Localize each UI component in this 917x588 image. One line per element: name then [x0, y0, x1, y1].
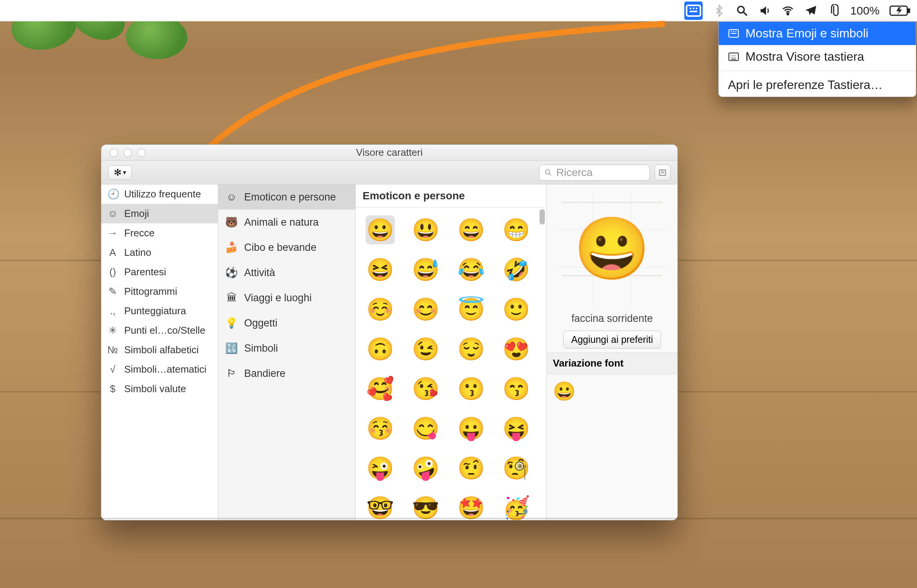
emoji-cell[interactable]: 😌: [457, 334, 486, 363]
emoji-cell[interactable]: 😁: [502, 215, 531, 244]
subcategory-cibo-e-bevande[interactable]: 🍰Cibo e bevande: [218, 235, 355, 260]
volume-icon[interactable]: [758, 4, 771, 17]
category-label: Emoji: [124, 208, 149, 220]
emoji-cell[interactable]: 😎: [411, 493, 440, 520]
preview-box: 😀: [555, 191, 669, 306]
gear-menu-button[interactable]: ✻ ▾: [108, 165, 132, 180]
font-variation-emoji[interactable]: 😀: [553, 381, 576, 401]
search-icon: [544, 168, 552, 177]
battery-charging-icon[interactable]: [889, 4, 910, 17]
battery-percentage: 100%: [850, 4, 880, 17]
emoji-cell[interactable]: 😛: [457, 414, 486, 443]
category-icon: ☺: [107, 208, 118, 220]
subcategory-label: Bandiere: [244, 368, 285, 380]
emoji-cell[interactable]: 😀: [366, 215, 395, 244]
emoji-cell[interactable]: 🙂: [502, 295, 531, 324]
category-icon: ✎: [107, 286, 118, 297]
emoji-cell[interactable]: 😆: [366, 255, 395, 284]
category-punti-el-co-stelle[interactable]: ✳Punti el…co/Stelle: [101, 321, 218, 340]
subcategory-simboli[interactable]: 🔣Simboli: [218, 336, 355, 361]
category-punteggiatura[interactable]: .,Punteggiatura: [101, 301, 218, 321]
emoji-cell[interactable]: 😙: [502, 374, 531, 403]
category-simboli-atematici[interactable]: √Simboli…atematici: [101, 360, 218, 379]
category-pittogrammi[interactable]: ✎Pittogrammi: [101, 282, 218, 301]
category-label: Frecce: [124, 227, 154, 239]
emoji-cell[interactable]: 😃: [411, 215, 440, 244]
subcategory-viaggi-e-luoghi[interactable]: 🏛Viaggi e luoghi: [218, 285, 355, 310]
emoji-cell[interactable]: 😘: [411, 374, 440, 403]
category-icon: .,: [107, 305, 118, 317]
category-icon: 🕘: [107, 188, 118, 200]
emoji-cell[interactable]: 🤪: [411, 454, 440, 483]
emoji-cell[interactable]: 😊: [411, 295, 440, 324]
category-simboli-alfabetici[interactable]: №Simboli alfabetici: [101, 340, 218, 360]
emoji-cell[interactable]: 😉: [411, 334, 440, 363]
emoji-cell[interactable]: 😗: [457, 374, 486, 403]
emoji-cell[interactable]: 😝: [502, 414, 531, 443]
subcategory-icon: 💡: [225, 317, 238, 330]
subcategory-label: Simboli: [244, 342, 278, 354]
subcategory-bandiere[interactable]: 🏳Bandiere: [218, 361, 355, 386]
subcategory-icon: 🏛: [225, 291, 238, 304]
toolbar: ✻ ▾ Ricerca: [101, 161, 677, 184]
category-label: Punti el…co/Stelle: [124, 325, 205, 336]
emoji-cell[interactable]: 🙃: [366, 334, 395, 363]
emoji-cell[interactable]: 🤩: [457, 493, 486, 520]
add-favorites-button[interactable]: Aggiungi ai preferiti: [563, 331, 661, 349]
emoji-cell[interactable]: 🥳: [502, 493, 531, 520]
subcategory-emoticon-e-persone[interactable]: ☺Emoticon e persone: [218, 184, 355, 210]
subcategory-icon: 🏳: [225, 367, 238, 380]
emoji-cell[interactable]: 😄: [457, 215, 486, 244]
category-simboli-valute[interactable]: $Simboli valute: [101, 379, 218, 399]
category-icon: (): [107, 266, 118, 278]
category-icon: №: [107, 344, 118, 356]
wifi-icon[interactable]: [781, 4, 794, 17]
titlebar[interactable]: Visore caratteri: [101, 145, 677, 161]
bluetooth-icon[interactable]: [713, 4, 726, 17]
scrollbar-thumb[interactable]: [540, 209, 545, 225]
emoji-cell[interactable]: 😜: [366, 454, 395, 483]
category-utilizzo-frequente[interactable]: 🕘Utilizzo frequente: [101, 184, 218, 204]
input-menu-icon[interactable]: [684, 2, 703, 20]
subcategory-icon: ⚽: [225, 266, 238, 279]
subcategory-oggetti[interactable]: 💡Oggetti: [218, 310, 355, 336]
emoji-cell[interactable]: 😋: [411, 414, 440, 443]
attachment-icon[interactable]: [827, 4, 840, 17]
subcategory-attivit-[interactable]: ⚽Attività: [218, 260, 355, 285]
category-sidebar: 🕘Utilizzo frequente☺Emoji→FrecceALatino(…: [101, 184, 218, 520]
emoji-cell[interactable]: 😂: [457, 255, 486, 284]
category-parentesi[interactable]: ()Parentesi: [101, 262, 218, 282]
svg-point-7: [546, 170, 550, 174]
emoji-cell[interactable]: 😚: [366, 414, 395, 443]
emoji-grid-panel: Emoticon e persone 😀😃😄😁😆😅😂🤣☺️😊😇🙂🙃😉😌😍🥰😘😗😙…: [356, 184, 547, 520]
menu-show-emoji-symbols[interactable]: Mostra Emoji e simboli: [719, 22, 916, 45]
menubar: 100%: [0, 0, 917, 21]
menu-show-keyboard-viewer[interactable]: Mostra Visore tastiera: [719, 45, 916, 68]
chevron-down-icon: ▾: [123, 169, 126, 176]
subcategory-animali-e-natura[interactable]: 🐻Animali e natura: [218, 210, 355, 235]
preview-emoji: 😀: [555, 191, 669, 306]
emoji-cell[interactable]: 😇: [457, 295, 486, 324]
category-frecce[interactable]: →Frecce: [101, 223, 218, 243]
search-input[interactable]: Ricerca: [539, 165, 650, 181]
preview-panel: 😀 faccina sorridente Aggiungi ai preferi…: [547, 184, 677, 520]
subcategory-icon: 🔣: [225, 342, 238, 355]
category-label: Parentesi: [124, 266, 166, 278]
category-icon: √: [107, 363, 118, 375]
menu-keyboard-preferences[interactable]: Apri le preferenze Tastiera…: [719, 73, 916, 97]
telegram-icon[interactable]: [804, 4, 817, 17]
emoji-cell[interactable]: 🤣: [502, 255, 531, 284]
category-emoji[interactable]: ☺Emoji: [101, 204, 218, 223]
emoji-cell[interactable]: ☺️: [366, 295, 395, 324]
emoji-cell[interactable]: 🤨: [457, 454, 486, 483]
category-label: Latino: [124, 247, 151, 258]
collapse-button[interactable]: [655, 165, 671, 181]
emoji-cell[interactable]: 😅: [411, 255, 440, 284]
emoji-cell[interactable]: 😍: [502, 334, 531, 363]
emoji-cell[interactable]: 🤓: [366, 493, 395, 520]
spotlight-search-icon[interactable]: [736, 4, 749, 17]
emoji-cell[interactable]: 🧐: [502, 454, 531, 483]
category-latino[interactable]: ALatino: [101, 243, 218, 262]
emoji-cell[interactable]: 🥰: [366, 374, 395, 403]
category-icon: $: [107, 383, 118, 395]
